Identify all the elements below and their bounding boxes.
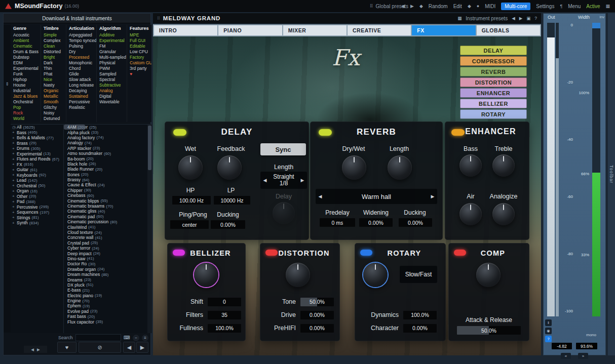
search-input[interactable] (75, 334, 121, 341)
distortion-knob[interactable] (286, 263, 310, 287)
preset-item[interactable]: 4AM(20) (64, 125, 85, 130)
preset-item[interactable]: Black hole(26) (64, 161, 147, 167)
instrument-presets-button[interactable]: Instrument presets (466, 16, 508, 21)
filter-item[interactable]: Analog (99, 88, 127, 94)
expand-icon[interactable]: + (12, 210, 17, 215)
help-button[interactable]: ? (534, 16, 537, 21)
preset-item[interactable]: Blade Runner(20) (64, 167, 147, 172)
tree-item[interactable]: ◷All(3625) (11, 125, 63, 130)
favorite-button[interactable]: ♥ (57, 342, 76, 353)
diamond2-icon[interactable]: ◆ (468, 4, 471, 9)
preset-item[interactable]: Analog factory(74) (64, 135, 147, 140)
param-value[interactable]: 100.0% (403, 311, 437, 319)
preset-item[interactable]: Fast bass(20) (64, 314, 147, 319)
preset-item[interactable]: ClaviWind(41) (64, 224, 147, 229)
tree-item[interactable]: +Sequences(197) (11, 210, 63, 215)
tree-item[interactable]: +Lead(142) (11, 178, 63, 183)
filter-item[interactable]: Funk (13, 71, 41, 77)
settings-button[interactable]: Settings (536, 4, 554, 9)
expand-icon[interactable]: + (12, 162, 17, 167)
preset-item[interactable]: Cause & Effect(24) (64, 182, 147, 187)
preset-item[interactable]: Cyber terror(24) (64, 246, 147, 251)
tree-item[interactable]: +Strings(81) (11, 215, 63, 221)
expand-icon[interactable]: + (12, 136, 17, 140)
tree-item[interactable]: +Experimental(13) (11, 151, 63, 157)
predelay-value[interactable]: 0 ms (320, 218, 355, 227)
record-meter-button[interactable]: ◉ (545, 328, 552, 334)
reverb-prev-icon[interactable]: ◀ (316, 194, 325, 199)
filter-item[interactable]: MPE (130, 32, 151, 38)
filter-item[interactable]: House (13, 83, 41, 88)
lp-value[interactable]: 10000 Hz (214, 196, 250, 205)
fx-chain-reverb[interactable]: REVERB (460, 67, 527, 76)
delay-length-selector[interactable]: ◀ Straight 1/8 ▶ (260, 172, 307, 189)
air-knob[interactable] (459, 203, 482, 225)
prev-preset-button[interactable]: ◀ (123, 342, 135, 353)
filter-item[interactable]: Low CPU (130, 49, 151, 55)
tree-item[interactable]: +Brass(29) (11, 141, 63, 146)
expand-icon[interactable]: + (12, 194, 17, 198)
comp-knob[interactable] (476, 263, 501, 287)
expand-icon[interactable]: + (12, 183, 17, 188)
fx-chain-bellizer[interactable]: BELLIZER (460, 99, 527, 108)
filter-item[interactable]: Metallic (44, 94, 66, 99)
expand-icon[interactable]: + (12, 215, 17, 220)
drywet-knob[interactable] (342, 155, 366, 180)
global-presets-button[interactable]: ⠿ Global presets (370, 4, 408, 9)
preset-item[interactable]: Dino-saw(41) (64, 256, 147, 261)
filter-item[interactable]: Chord (69, 66, 96, 71)
filter-item[interactable]: Cinematic (13, 44, 41, 49)
keyboard-icon[interactable]: ⌨ (124, 335, 130, 340)
filter-item[interactable]: FM (99, 44, 127, 49)
preset-item[interactable]: Ephem(19) (64, 303, 147, 308)
pilcrow-icon[interactable]: ¶ (560, 4, 562, 9)
tab-creative[interactable]: CREATIVE (348, 25, 411, 35)
filter-item[interactable]: Drum & Bass (13, 49, 41, 55)
filter-item[interactable]: Sampled (99, 71, 127, 77)
preset-item[interactable]: DX pluck(51) (64, 282, 147, 288)
clock-icon[interactable]: ◷ (12, 125, 17, 130)
filter-item[interactable]: Pop (13, 105, 41, 110)
tree-item[interactable]: +FX(816) (11, 162, 63, 168)
feedback-knob[interactable] (217, 155, 242, 180)
reverb-next-icon[interactable]: ▶ (428, 194, 437, 199)
invert-toggle[interactable]: inv (599, 15, 604, 19)
preset-item[interactable]: Ba-boom(20) (64, 156, 147, 161)
expand-icon[interactable]: + (12, 168, 17, 172)
delay-time-knob[interactable] (273, 202, 295, 224)
preset-item[interactable]: E-bass(21) (64, 288, 147, 293)
filter-item[interactable]: Editable (130, 44, 151, 49)
expand-icon[interactable]: + (12, 141, 17, 145)
param-value[interactable]: 50.0% (300, 298, 334, 306)
preset-item[interactable]: Atmo soundmaker(60) (64, 151, 147, 156)
preset-item[interactable]: Cinematic blipps(55) (64, 198, 147, 203)
expand-icon[interactable]: + (12, 157, 17, 161)
filter-item[interactable]: Clean (44, 44, 66, 49)
preset-item[interactable]: Dreams(23) (64, 277, 147, 282)
wet-knob[interactable] (178, 155, 203, 180)
filter-item[interactable]: Noisy (44, 110, 66, 116)
tab-mixer[interactable]: MIXER (283, 25, 347, 35)
param-value[interactable]: 0.00% (300, 311, 334, 319)
expand-icon[interactable]: + (12, 151, 17, 156)
browser-pager[interactable]: ◀ ▶ (24, 346, 47, 353)
filter-item[interactable]: 3rd party (130, 66, 151, 71)
filter-item[interactable]: Industrial (13, 88, 41, 94)
fx-chain-enhancer[interactable]: ENHANCER (460, 88, 527, 98)
filter-item[interactable]: Decaying (69, 88, 96, 94)
filter-item[interactable]: Ambient (13, 38, 41, 44)
attack-release-value[interactable]: 50.0% (457, 326, 521, 335)
scrollbar-thumb[interactable] (148, 126, 151, 170)
expand-icon[interactable]: + (12, 173, 17, 177)
bass-knob[interactable] (459, 154, 482, 177)
menu-button[interactable]: Menu (568, 4, 581, 9)
preset-item[interactable]: Electric piano(19) (64, 293, 147, 298)
filter-item[interactable]: Organic (44, 88, 66, 94)
filter-item[interactable]: ♥ (130, 71, 151, 77)
preset-item[interactable]: Chipper(30) (64, 188, 147, 193)
filter-item[interactable]: Hiphop (13, 77, 41, 83)
filter-item[interactable]: Dark (44, 60, 66, 66)
preset-item[interactable]: Cinematic percussion(80) (64, 219, 147, 224)
filter-item[interactable]: Slow attack (69, 77, 96, 83)
resize-handle-icon[interactable]: ⇕ (5, 82, 9, 333)
